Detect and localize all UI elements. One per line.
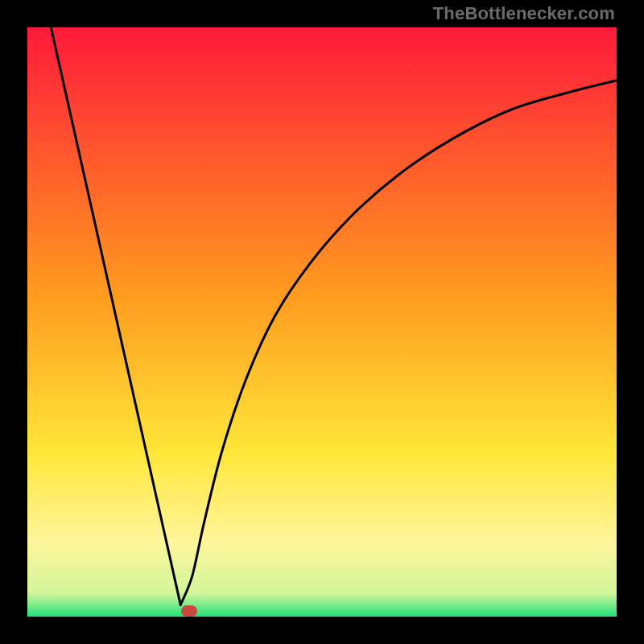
chart-frame: TheBottlenecker.com [0,0,644,644]
watermark: TheBottlenecker.com [433,3,615,24]
optimum-marker [181,605,197,617]
curve [27,27,617,617]
plot-area [27,27,617,617]
